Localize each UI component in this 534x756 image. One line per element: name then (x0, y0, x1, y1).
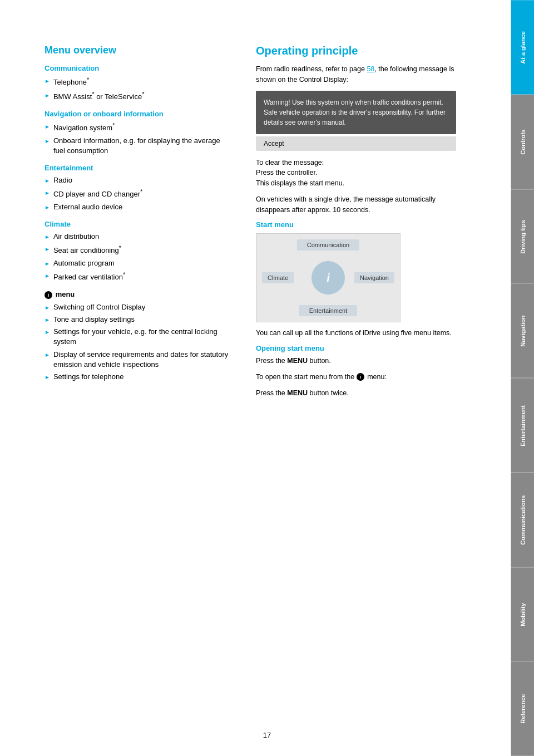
bullet-arrow-icon: ► (44, 138, 50, 145)
bullet-arrow-icon: ► (44, 272, 50, 280)
entertainment-heading: Entertainment (44, 164, 234, 172)
climate-label: Climate (262, 272, 294, 283)
climate-list: ► Air distribution ► Seat air conditioni… (44, 232, 234, 282)
sidebar-tab-entertainment[interactable]: Entertainment (511, 378, 534, 473)
list-item: ► BMW Assist* or TeleService* (44, 90, 234, 102)
communication-label: Communication (297, 239, 359, 251)
bullet-arrow-icon: ► (44, 316, 50, 324)
list-item: ► Parked car ventilation* (44, 271, 234, 283)
sidebar-tab-controls[interactable]: Controls (511, 95, 534, 189)
list-item: ► Display of service requirements and da… (44, 350, 234, 370)
idrive-description: You can call up all the functions of iDr… (256, 328, 456, 338)
bullet-arrow-icon: ► (44, 177, 50, 185)
i-icon: i (44, 291, 52, 299)
bullet-arrow-icon: ► (44, 77, 50, 85)
bullet-arrow-icon: ► (44, 123, 50, 131)
communication-list: ► Telephone* ► BMW Assist* or TeleServic… (44, 76, 234, 102)
bullet-arrow-icon: ► (44, 233, 50, 241)
list-item: ► Tone and display settings (44, 315, 234, 325)
accept-button[interactable]: Accept (256, 136, 456, 151)
list-item: ► CD player and CD changer* (44, 188, 234, 200)
i-center-icon: i (327, 272, 330, 284)
bullet-arrow-icon: ► (44, 260, 50, 268)
sidebar-tab-driving-tips[interactable]: Driving tips (511, 189, 534, 284)
navigation-heading: Navigation or onboard information (44, 110, 234, 118)
communication-heading: Communication (44, 64, 234, 72)
imenu-list: ► Switching off Control Display ► Tone a… (44, 302, 234, 382)
imenu-heading: i menu (44, 290, 234, 299)
bullet-arrow-icon: ► (44, 351, 50, 359)
bullet-arrow-icon: ► (44, 374, 50, 381)
bullet-arrow-icon: ► (44, 204, 50, 212)
list-item: ► Switching off Control Display (44, 302, 234, 312)
list-item: ► Air distribution (44, 232, 234, 242)
opening-step-3: Press the MENU button twice. (256, 388, 456, 399)
warning-box: Warning! Use this system only when traff… (256, 91, 456, 134)
list-item: ► Navigation system* (44, 121, 234, 134)
idrive-center-button: i (312, 261, 345, 294)
page-ref-link[interactable]: 58 (367, 65, 374, 73)
list-item: ► Automatic program (44, 258, 234, 268)
bullet-arrow-icon: ► (44, 328, 50, 336)
single-drive-note: On vehicles with a single drive, the mes… (256, 194, 456, 215)
opening-start-menu-title: Opening start menu (256, 344, 456, 352)
page-number: 17 (263, 731, 271, 739)
list-item: ► Seat air conditioning* (44, 244, 234, 256)
sidebar-tab-at-a-glance[interactable]: At a glance (511, 0, 534, 95)
sidebar-tab-reference[interactable]: Reference (511, 661, 534, 756)
entertainment-list: ► Radio ► CD player and CD changer* ► Ex… (44, 175, 234, 212)
bullet-arrow-icon: ► (44, 189, 50, 197)
menu-overview-title: Menu overview (44, 45, 234, 56)
climate-heading: Climate (44, 220, 234, 228)
bullet-arrow-icon: ► (44, 246, 50, 253)
list-item: ► Radio (44, 175, 234, 185)
sidebar: At a glance Controls Driving tips Naviga… (511, 0, 534, 756)
sidebar-tab-mobility[interactable]: Mobility (511, 567, 534, 662)
idrive-diagram: Communication Climate i Navigation Enter… (256, 233, 400, 322)
opening-step-1: Press the MENU button. (256, 356, 456, 366)
i-small-icon: i (357, 373, 364, 381)
list-item: ► Onboard information, e.g. for displayi… (44, 136, 234, 156)
opening-step-2: To open the start menu from the i menu: (256, 372, 456, 382)
start-menu-title: Start menu (256, 220, 456, 229)
left-column: Menu overview Communication ► Telephone*… (44, 45, 234, 734)
list-item: ► Settings for telephone (44, 372, 234, 382)
navigation-label: Navigation (354, 272, 394, 283)
operating-principle-title: Operating principle (256, 45, 456, 57)
list-item: ► Telephone* (44, 76, 234, 88)
sidebar-tab-communications[interactable]: Communications (511, 473, 534, 567)
list-item: ► External audio device (44, 202, 234, 212)
entertainment-label: Entertainment (299, 305, 357, 316)
bullet-arrow-icon: ► (44, 92, 50, 100)
bullet-arrow-icon: ► (44, 304, 50, 312)
intro-text: From radio readiness, refer to page 58, … (256, 64, 456, 85)
sidebar-tab-navigation[interactable]: Navigation (511, 283, 534, 378)
right-column: Operating principle From radio readiness… (256, 45, 456, 734)
navigation-list: ► Navigation system* ► Onboard informati… (44, 121, 234, 156)
clear-instructions: To clear the message: Press the controll… (256, 158, 456, 189)
list-item: ► Settings for your vehicle, e.g. for th… (44, 327, 234, 347)
